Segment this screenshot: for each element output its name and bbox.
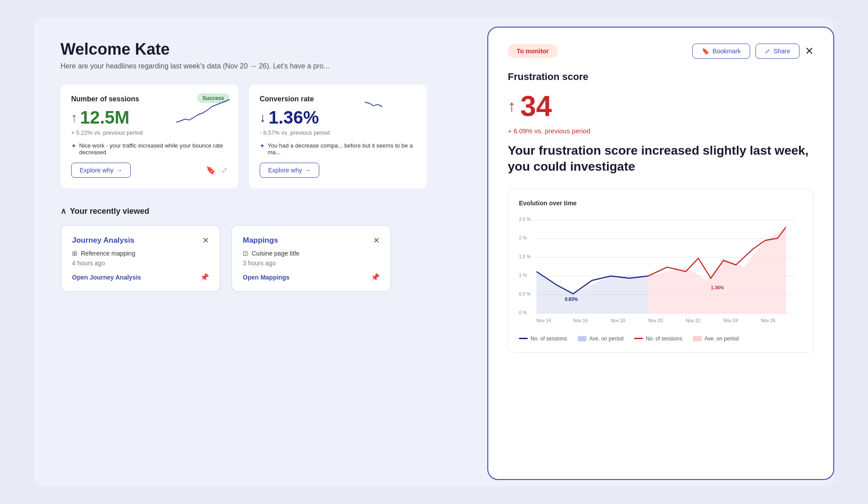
legend-ave-red: Ave. on period bbox=[693, 336, 739, 342]
svg-text:Nov 14: Nov 14 bbox=[536, 317, 551, 323]
svg-text:2 %: 2 % bbox=[519, 235, 527, 240]
explore-why-sessions-button[interactable]: Explore why → bbox=[71, 163, 131, 178]
svg-text:Nov 16: Nov 16 bbox=[573, 317, 588, 323]
open-mappings-link[interactable]: Open Mappings 📌 bbox=[243, 273, 380, 281]
score-up-arrow-icon: ↑ bbox=[508, 97, 516, 116]
svg-text:Nov 24: Nov 24 bbox=[723, 317, 738, 323]
svg-text:0.83%: 0.83% bbox=[565, 296, 578, 301]
share-button[interactable]: ⤢ Share bbox=[755, 44, 800, 59]
evolution-chart: 2.5 % 2 % 1.5 % 1 % 0.5 % 0 % Nov 14 Nov bbox=[519, 214, 803, 329]
grid-icon: ⊞ bbox=[72, 250, 77, 257]
down-arrow-icon: ↓ bbox=[260, 111, 266, 125]
svg-text:1.5 %: 1.5 % bbox=[519, 253, 531, 259]
mappings-card-header: Mappings ✕ bbox=[243, 236, 380, 245]
chevron-up-icon[interactable]: ∧ bbox=[60, 206, 66, 216]
sparkle-icon: ✦ bbox=[71, 142, 76, 149]
up-arrow-icon: ↑ bbox=[71, 111, 77, 125]
frustration-score-row: ↑ 34 bbox=[508, 90, 814, 123]
frustration-score-change: + 6.09% vs. previous period bbox=[508, 127, 814, 135]
explore-why-conversion-button[interactable]: Explore why → bbox=[260, 163, 319, 178]
conversion-sparkline bbox=[365, 93, 418, 124]
journey-analysis-card: Journey Analysis ✕ ⊞ Reference mapping 4… bbox=[60, 225, 221, 292]
bookmark-icon[interactable]: 🔖 bbox=[206, 165, 216, 175]
conversion-note: ✦ You had a decrease compa... before but… bbox=[260, 142, 416, 156]
pin-icon-2: 📌 bbox=[371, 273, 380, 281]
close-panel-button[interactable]: ✕ bbox=[805, 45, 814, 57]
legend-sessions-navy: No. of sessions bbox=[519, 336, 567, 342]
sparkle-icon-2: ✦ bbox=[260, 142, 265, 149]
conversion-change: - 8.57% vs. previous period bbox=[260, 129, 416, 136]
frustration-description: Your frustration score increased slightl… bbox=[508, 143, 814, 175]
legend-dot-red bbox=[634, 338, 643, 339]
open-journey-analysis-link[interactable]: Open Journey Analysis 📌 bbox=[72, 273, 209, 281]
arrow-right-icon: → bbox=[116, 167, 122, 174]
panel-actions: 🔖 Bookmark ⤢ Share ✕ bbox=[692, 44, 814, 59]
conversion-card-footer: Explore why → bbox=[260, 163, 416, 178]
mappings-card-item: ⊡ Cuisine page title bbox=[243, 250, 380, 257]
journey-time-ago: 4 hours ago bbox=[72, 260, 209, 267]
svg-text:1 %: 1 % bbox=[519, 272, 527, 277]
svg-text:Nov 18: Nov 18 bbox=[611, 317, 625, 323]
legend-dot-navy bbox=[519, 338, 528, 339]
mappings-card-type: Mappings bbox=[243, 236, 278, 245]
svg-text:0 %: 0 % bbox=[519, 309, 527, 315]
journey-card-header: Journey Analysis ✕ bbox=[72, 236, 209, 245]
bookmark-icon-panel: 🔖 bbox=[702, 48, 709, 55]
arrow-right-icon-2: → bbox=[305, 167, 311, 174]
sessions-card-footer: Explore why → 🔖 ⤢ bbox=[71, 163, 228, 178]
svg-text:1.36%: 1.36% bbox=[711, 284, 724, 290]
frustration-panel: To monitor 🔖 Bookmark ⤢ Share ✕ Frustrat… bbox=[487, 27, 834, 480]
chart-legend: No. of sessions Ave. on period No. of se… bbox=[519, 336, 803, 342]
frustration-score-value: 34 bbox=[520, 90, 552, 123]
sessions-change: + 5.22% vs. previous period bbox=[71, 129, 228, 136]
svg-text:2.5 %: 2.5 % bbox=[519, 216, 531, 221]
monitor-badge: To monitor bbox=[508, 44, 558, 58]
mappings-time-ago: 3 hours ago bbox=[243, 260, 380, 267]
card-action-icons: 🔖 ⤢ bbox=[206, 165, 228, 175]
conversion-card: Conversion rate ↓ 1.36% - 8.57% vs. prev… bbox=[249, 84, 427, 188]
legend-dot-navy-light bbox=[578, 336, 587, 341]
bookmark-button[interactable]: 🔖 Bookmark bbox=[692, 44, 750, 59]
evolution-chart-container: Evolution over time 2.5 % 2 % 1.5 % 1 % … bbox=[508, 188, 814, 353]
svg-text:Nov 26: Nov 26 bbox=[761, 317, 776, 323]
chart-title: Evolution over time bbox=[519, 200, 803, 207]
journey-card-type: Journey Analysis bbox=[72, 236, 134, 245]
sessions-sparkline bbox=[176, 98, 229, 129]
pin-icon: 📌 bbox=[200, 273, 209, 281]
mappings-card-close-button[interactable]: ✕ bbox=[373, 236, 380, 245]
svg-text:Nov 20: Nov 20 bbox=[648, 317, 663, 323]
legend-sessions-red: No. of sessions bbox=[634, 336, 682, 342]
frustration-label: Frustration score bbox=[508, 71, 814, 83]
share-icon[interactable]: ⤢ bbox=[221, 165, 228, 175]
legend-dot-red-light bbox=[693, 336, 702, 341]
svg-text:Nov 22: Nov 22 bbox=[686, 317, 700, 323]
share-icon-panel: ⤢ bbox=[765, 48, 770, 55]
svg-text:0.5 %: 0.5 % bbox=[519, 291, 531, 296]
journey-card-close-button[interactable]: ✕ bbox=[202, 236, 209, 245]
journey-card-item: ⊞ Reference mapping bbox=[72, 250, 209, 257]
sessions-card: Number of sessions Success ↑ 12.5M + 5.2… bbox=[60, 84, 238, 188]
grid-icon-2: ⊡ bbox=[243, 250, 248, 257]
sessions-note: ✦ Nice work - your traffic increased whi… bbox=[71, 142, 228, 156]
legend-ave-navy: Ave. on period bbox=[578, 336, 623, 342]
mappings-card: Mappings ✕ ⊡ Cuisine page title 3 hours … bbox=[231, 225, 391, 292]
panel-topbar: To monitor 🔖 Bookmark ⤢ Share ✕ bbox=[508, 44, 814, 59]
